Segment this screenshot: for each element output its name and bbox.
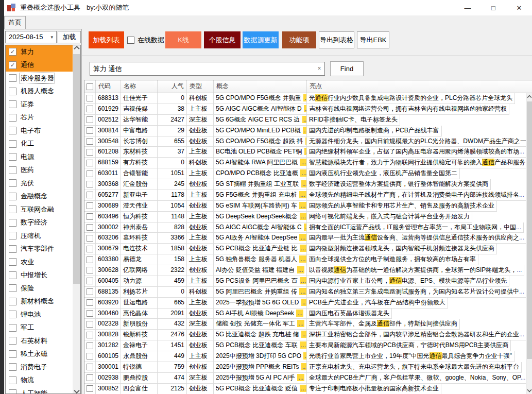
sidebar-item-checkbox[interactable] <box>9 271 16 279</box>
sidebar-item-checkbox[interactable] <box>9 376 16 384</box>
row-select-cell[interactable] <box>84 373 96 384</box>
row-select-cell[interactable] <box>84 287 96 298</box>
row-select-cell[interactable] <box>84 244 96 254</box>
row-select-cell[interactable] <box>84 254 96 265</box>
scroll-up-icon[interactable] <box>526 94 532 101</box>
row-select-cell[interactable] <box>84 104 96 115</box>
row-checkbox[interactable] <box>87 149 93 156</box>
sidebar-item-汽车零部件[interactable]: 汽车零部件 <box>6 243 73 256</box>
table-row[interactable]: 300368汇金股份245创业板5G ST摘帽 并购重组 工业互联 ...数字经… <box>84 179 526 190</box>
row-checkbox[interactable] <box>87 342 93 349</box>
row-checkbox[interactable] <box>87 224 93 231</box>
sidebar-item-通信[interactable]: ✓通信 <box>6 59 73 72</box>
table-row[interactable]: 002938鹏鼎控股474深主板2025中报预增 5G AI PC AI手 ..… <box>84 373 526 384</box>
row-checkbox[interactable] <box>87 160 93 166</box>
load-list-button[interactable]: 加载列表 <box>89 31 124 48</box>
row-select-cell[interactable] <box>84 309 96 319</box>
sidebar-item-checkbox[interactable] <box>9 153 16 161</box>
row-select-cell[interactable] <box>84 158 96 168</box>
row-checkbox[interactable] <box>87 332 93 338</box>
table-row[interactable]: 603496恒为科技1148上主板5G DeepSeek DeepSeek概念 … <box>84 212 526 222</box>
row-checkbox[interactable] <box>87 321 93 328</box>
row-checkbox[interactable] <box>87 385 93 392</box>
column-header-6[interactable]: 亮点 <box>307 80 532 93</box>
functions-button[interactable]: 功能项 <box>282 31 316 48</box>
sidebar-item-checkbox[interactable] <box>9 363 16 371</box>
row-checkbox[interactable] <box>87 364 93 370</box>
row-select-cell[interactable] <box>84 319 96 330</box>
sidebar-item-checkbox[interactable]: ✓ <box>9 48 16 56</box>
row-select-cell[interactable] <box>84 276 96 287</box>
table-row[interactable]: 601208东材科技37上主板BC电池 OLED PCB概念 PET铜 ...国… <box>84 147 526 158</box>
row-select-cell[interactable] <box>84 233 96 244</box>
tab-home[interactable]: 首页 <box>4 16 26 29</box>
table-scrollbar[interactable] <box>526 93 532 394</box>
sidebar-item-checkbox[interactable] <box>9 114 16 122</box>
row-checkbox[interactable] <box>87 106 93 112</box>
export-ebk-button[interactable]: 导出EBK <box>357 31 389 48</box>
sidebar-item-checkbox[interactable] <box>9 193 16 200</box>
select-all-checkbox[interactable] <box>87 83 93 90</box>
sidebar-item-算力[interactable]: ✓算力 <box>6 45 73 59</box>
row-select-cell[interactable] <box>84 190 96 201</box>
row-select-cell[interactable] <box>84 212 96 222</box>
clear-search-icon[interactable]: × <box>315 62 324 76</box>
find-button[interactable]: Find <box>330 61 364 76</box>
row-checkbox[interactable] <box>87 138 93 145</box>
sidebar-item-化工[interactable]: 化工 <box>6 138 73 151</box>
sidebar-item-证券[interactable]: 证券 <box>6 98 73 111</box>
close-icon[interactable]: ✕ <box>506 0 532 15</box>
row-checkbox[interactable] <box>87 353 93 359</box>
table-row[interactable]: 300852四会富仕2125创业板5G PCB概念 比亚迪概念 贬值 ...专注… <box>84 384 526 394</box>
row-select-cell[interactable] <box>84 136 96 147</box>
scroll-down-icon[interactable] <box>526 386 532 393</box>
sidebar-item-checkbox[interactable] <box>9 179 16 187</box>
sidebar-item-军工[interactable]: 军工 <box>6 321 73 335</box>
table-row[interactable]: 002512达华智能2427深主板5G 6G概念 AIGC ETC RCS 边 … <box>84 115 526 126</box>
sidebar-item-checkbox[interactable] <box>9 350 16 358</box>
row-select-cell[interactable] <box>84 222 96 233</box>
sidebar-item-液冷服务器[interactable]: 液冷服务器 <box>6 72 73 85</box>
table-row[interactable]: 603380易德龙158上主板5G 独角兽概念 服务器 机器人 ...面向全球提… <box>84 254 526 265</box>
sidebar-item-checkbox[interactable] <box>9 337 16 345</box>
select-all-header[interactable] <box>84 80 96 93</box>
sidebar-item-checkbox[interactable] <box>9 245 16 253</box>
table-row[interactable]: 605277新亚电子1178上主板5G F5G概念 并购重组 充电桩 ...全球… <box>84 190 526 201</box>
sidebar-item-checkbox[interactable] <box>9 74 16 82</box>
load-date-button[interactable]: 加载 <box>58 31 81 43</box>
sidebar-item-电源[interactable]: 电源 <box>6 150 73 164</box>
sidebar-item-checkbox[interactable] <box>9 232 16 239</box>
column-header-4[interactable]: 类型 <box>187 80 214 93</box>
date-select[interactable]: 2025-08-15 ▾ <box>5 31 57 43</box>
row-checkbox[interactable] <box>87 310 93 317</box>
sidebar-item-医药[interactable]: 医药 <box>6 164 73 177</box>
sidebar-item-checkbox[interactable] <box>9 298 16 305</box>
sidebar-item-新材料概念[interactable]: 新材料概念 <box>6 295 73 309</box>
row-select-cell[interactable] <box>84 93 96 104</box>
scroll-down-icon[interactable] <box>73 386 80 393</box>
table-row[interactable]: 300460惠伦晶体2091创业板5G AI手机 AI眼镜 DeepSeek .… <box>84 309 526 319</box>
sidebar-item-石英材料[interactable]: 石英材料 <box>6 334 73 348</box>
table-row[interactable]: 300548长芯博创655创业板5G CPO/MPO F5G概念 超跌 抖 ..… <box>84 136 526 147</box>
table-row[interactable]: 688159有方科技0科创板5G AI智能体 RWA 阿里巴巴概 ...智慧能源… <box>84 158 526 168</box>
sidebar-item-电子布[interactable]: 电子布 <box>6 124 73 138</box>
sidebar-item-物流[interactable]: 物流 <box>6 374 73 387</box>
row-select-cell[interactable] <box>84 115 96 126</box>
table-row[interactable]: 002328新朋股份432深主板储能 创投 光储充一体化 军工 ...主营汽车零… <box>84 319 526 330</box>
row-checkbox[interactable] <box>87 192 93 198</box>
row-checkbox[interactable] <box>87 246 93 252</box>
table-row[interactable]: 300002神州泰岳828创业板5G AIGC AIGC概念 AI智能体 C .… <box>84 222 526 233</box>
row-select-cell[interactable] <box>84 362 96 373</box>
sidebar-item-checkbox[interactable] <box>9 140 16 148</box>
sidebar-item-数字经济[interactable]: 数字经济 <box>6 216 73 230</box>
row-select-cell[interactable] <box>84 201 96 212</box>
table-row[interactable]: 601929吉视传媒38上主板5G AIGC AIGC概念 AI智能体 D ..… <box>84 104 526 115</box>
row-select-cell[interactable] <box>84 179 96 190</box>
sidebar-item-稀土永磁[interactable]: 稀土永磁 <box>6 348 73 361</box>
sidebar-item-checkbox[interactable] <box>9 100 16 108</box>
minimize-icon[interactable]: — <box>455 0 480 15</box>
row-checkbox[interactable] <box>87 374 93 381</box>
table-row[interactable]: 600105永鼎股份449上主板2025中报预增 3D打印 5G CPO ...… <box>84 351 526 362</box>
sidebar-item-保险[interactable]: 保险 <box>6 282 73 295</box>
stock-info-button[interactable]: 个股信息 <box>204 31 241 48</box>
